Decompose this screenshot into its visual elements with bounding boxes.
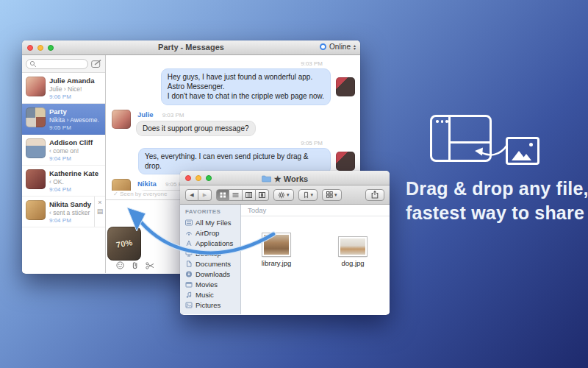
conversation-item-nikita-sandy[interactable]: Nikita Sandy ‹ sent a sticker 9:04 PM × … (22, 197, 105, 227)
contact-preview: ‹ come on! (49, 147, 93, 155)
attach-paperclip-icon[interactable] (131, 261, 139, 269)
pictures-icon (185, 302, 193, 308)
column-view-button[interactable] (243, 189, 256, 201)
outgoing-message: 9:03 PM Hey guys, I have just found a wo… (112, 60, 355, 105)
dropdown-arrow-icon: ▾ (287, 192, 290, 198)
sidebar-item-applications[interactable]: Applications (180, 238, 240, 248)
outgoing-message: 9:05 PM Yes, everything. I can even send… (112, 140, 355, 174)
messages-titlebar[interactable]: Party - Messages Online ▴▾ (22, 40, 360, 55)
promo-image-icon (506, 137, 539, 165)
arrange-menu-button[interactable]: ▾ (322, 189, 342, 201)
contact-name: Party (49, 107, 99, 116)
applications-icon (185, 240, 193, 247)
conversation-item-party-selected[interactable]: Party Nikita › Awesome. 9:05 PM (22, 104, 105, 135)
contact-name: Addison Cliff (49, 138, 93, 146)
contact-preview: ‹ sent a sticker (49, 209, 91, 216)
conversation-sidebar: Julie Amanda Julie › Nice! 9:06 PM Party… (22, 55, 106, 273)
tags-menu-button[interactable]: ▾ (298, 189, 318, 201)
back-icon: ◀ (190, 192, 193, 198)
music-note-icon (185, 291, 193, 298)
file-dog-jpg[interactable]: dog.jpg (334, 233, 372, 267)
status-popup-arrows-icon: ▴▾ (354, 44, 356, 50)
search-row (22, 55, 105, 73)
conversation-item-katherine-kate[interactable]: Katherine Kate ‹ OK. 9:04 PM (22, 166, 105, 197)
zoom-window-button[interactable] (206, 175, 212, 181)
sender-name: Julie (137, 110, 154, 118)
list-view-button[interactable] (229, 189, 243, 201)
sender-name: Nikita (137, 180, 157, 188)
close-window-button[interactable] (185, 175, 191, 181)
folder-icon (262, 175, 271, 183)
share-button[interactable] (365, 189, 384, 201)
section-header: Today (241, 205, 390, 216)
screenshot-scissors-icon[interactable] (146, 262, 154, 269)
emoji-icon[interactable] (116, 261, 124, 269)
sidebar-item-pictures[interactable]: Pictures (180, 300, 240, 310)
upload-progress: 70% (115, 238, 133, 250)
contact-name: Nikita Sandy (49, 200, 91, 208)
search-input[interactable] (26, 59, 88, 69)
finder-file-area: Today library.jpg dog.jpg (241, 205, 390, 314)
forward-button[interactable]: ▶ (198, 189, 212, 201)
close-conversation-icon[interactable]: × (98, 199, 101, 205)
sidebar-item-downloads[interactable]: Downloads (180, 269, 240, 279)
sidebar-item-all-my-files[interactable]: All My Files (180, 217, 240, 227)
conversation-item-addison-cliff[interactable]: Addison Cliff ‹ come on! 9:04 PM (22, 135, 105, 166)
incoming-message: Julie 9:03 PM Does it support group mess… (112, 110, 355, 136)
icon-view-icon (220, 192, 226, 198)
sidebar-item-movies[interactable]: Movies (180, 279, 240, 289)
list-view-icon (232, 192, 239, 198)
navigation-buttons: ◀ ▶ (185, 189, 212, 201)
contact-time: 9:04 PM (49, 217, 91, 224)
window-controls (185, 175, 212, 181)
messages-window-title: Party - Messages (22, 43, 360, 52)
contact-time: 9:04 PM (49, 155, 93, 162)
dropdown-arrow-icon: ▾ (311, 192, 314, 198)
message-time: 9:03 PM (112, 60, 323, 67)
conversation-row-actions: × ▤ (94, 197, 105, 227)
back-button[interactable]: ◀ (185, 189, 198, 201)
view-switcher (216, 189, 269, 201)
promo-line-1: Drag & drop any file, (406, 177, 588, 201)
promo-line-2: fastest way to share (406, 201, 588, 225)
contact-preview: Nikita › Awesome. (49, 116, 99, 124)
avatar (336, 152, 355, 171)
file-thumbnail (262, 233, 290, 256)
sidebar-item-music[interactable]: Music (180, 289, 240, 300)
dropdown-arrow-icon: ▾ (334, 192, 337, 198)
sidebar-item-airdrop[interactable]: AirDrop (180, 227, 240, 238)
status-selector[interactable]: Online ▴▾ (320, 43, 356, 51)
finder-window-title: ★ Works (274, 174, 308, 184)
seen-check-icon: ✓ (113, 191, 118, 197)
movies-icon (185, 281, 193, 288)
avatar (26, 200, 46, 220)
icon-view-button[interactable] (216, 189, 229, 201)
compose-icon[interactable] (91, 60, 101, 68)
avatar (26, 138, 46, 158)
conversation-item-julie-amanda[interactable]: Julie Amanda Julie › Nice! 9:06 PM (22, 73, 105, 104)
contact-name: Katherine Kate (49, 169, 98, 177)
contact-preview: ‹ OK. (49, 178, 98, 185)
contact-preview: Julie › Nice! (49, 85, 94, 93)
minimize-window-button[interactable] (196, 175, 201, 181)
share-icon (371, 191, 379, 199)
conversation-menu-icon[interactable]: ▤ (97, 208, 104, 214)
desktop-icon (185, 250, 193, 257)
downloads-icon (185, 271, 193, 277)
action-menu-button[interactable]: ▾ (273, 189, 294, 201)
promo-tagline: Drag & drop any file, fastest way to sha… (406, 177, 588, 224)
avatar (112, 110, 131, 129)
file-name: dog.jpg (334, 259, 372, 267)
contact-time: 9:06 PM (49, 93, 94, 100)
airdrop-icon (185, 230, 193, 236)
file-library-jpg[interactable]: library.jpg (257, 233, 295, 267)
finder-sidebar: FAVORITES All My Files AirDrop Applicati… (180, 205, 241, 314)
contact-time: 9:05 PM (49, 124, 99, 131)
sidebar-item-documents[interactable]: Documents (180, 258, 240, 269)
contact-time: 9:04 PM (49, 186, 98, 193)
search-icon (29, 60, 37, 68)
coverflow-view-button[interactable] (256, 189, 269, 201)
sidebar-item-desktop[interactable]: Desktop (180, 248, 240, 258)
finder-titlebar[interactable]: ★ Works (180, 171, 390, 185)
favorites-header: FAVORITES (185, 208, 240, 215)
